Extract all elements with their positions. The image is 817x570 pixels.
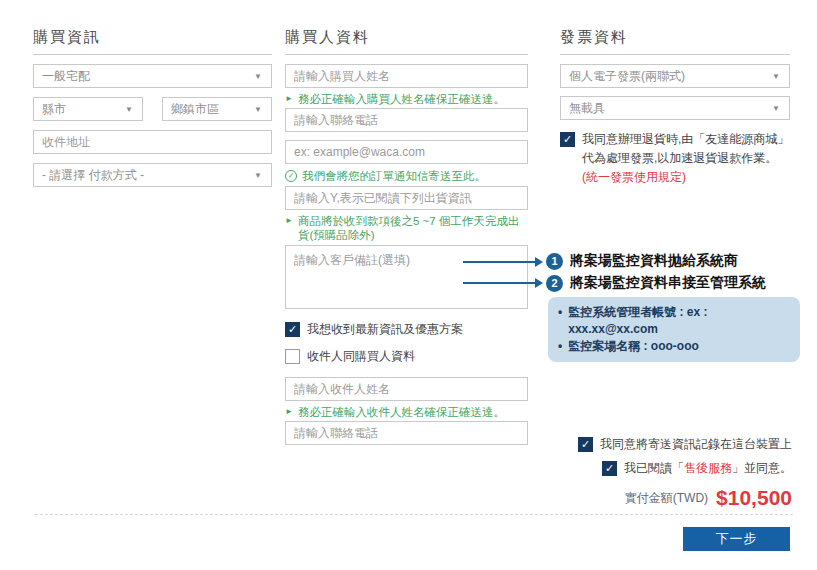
bullet-icon: •: [558, 304, 562, 338]
triangle-marker-icon: ►: [285, 92, 293, 106]
payment-method-select[interactable]: - 請選擇 付款方式 - ▼: [33, 163, 272, 187]
recipient-name-note: ► 務必正確輸入收件人姓名確保正確送達。: [285, 405, 528, 419]
device-record-row: ✓ 我同意將寄送資訊記錄在這台裝置上: [578, 436, 792, 453]
total-label: 實付金額(TWD): [625, 490, 708, 507]
chevron-down-icon: ▼: [254, 105, 262, 114]
chevron-down-icon: ▼: [125, 105, 133, 114]
invoice-type-value: 個人電子發票(兩聯式): [569, 68, 685, 85]
chevron-down-icon: ▼: [772, 104, 780, 113]
chevron-down-icon: ▼: [772, 72, 780, 81]
newsletter-checkbox[interactable]: ✓: [285, 322, 300, 337]
triangle-marker-icon: ►: [285, 405, 293, 419]
carrier-select[interactable]: 無載具 ▼: [560, 96, 790, 120]
device-record-label: 我同意將寄送資訊記錄在這台裝置上: [600, 436, 792, 453]
purchase-info-title: 購買資訊: [33, 28, 272, 47]
after-sales-service-link[interactable]: 售後服務: [684, 461, 732, 475]
email-note: ✓ 我們會將您的訂單通知信寄送至此。: [285, 169, 528, 183]
shipping-method-value: 一般宅配: [42, 68, 90, 85]
return-agreement-checkbox[interactable]: ✓: [560, 132, 575, 147]
total-row: 實付金額(TWD) $10,500: [625, 486, 792, 510]
recipient-name-input[interactable]: [285, 377, 528, 401]
info-line-1: • 監控系統管理者帳號 : ex : xxx.xx@xx.com: [558, 304, 790, 338]
total-amount: $10,500: [716, 486, 792, 510]
same-as-buyer-checkbox-row: 收件人同購買人資料: [285, 348, 528, 365]
newsletter-label: 我想收到最新資訊及優惠方案: [307, 321, 463, 338]
read-confirm-input[interactable]: [285, 186, 528, 210]
purchase-info-section: 購買資訊 一般宅配 ▼ 縣市 ▼ 鄉鎮市區 ▼ - 請選擇 付款方式 - ▼: [33, 28, 272, 187]
buyer-info-title: 購買人資料: [285, 28, 528, 47]
invoice-type-select[interactable]: 個人電子發票(兩聯式) ▼: [560, 64, 790, 88]
shipping-method-select[interactable]: 一般宅配 ▼: [33, 64, 272, 88]
customer-remark-textarea[interactable]: [285, 245, 528, 309]
district-select[interactable]: 鄉鎮市區 ▼: [162, 97, 272, 121]
chevron-down-icon: ▼: [254, 72, 262, 81]
county-select[interactable]: 縣市 ▼: [33, 97, 143, 121]
annotation-item-1: 1 將案場監控資料拋給系統商: [546, 252, 738, 270]
circle-check-icon: ✓: [285, 170, 297, 182]
shipping-note: ► 商品將於收到款項後之5 ~7 個工作天完成出貨(預購品除外): [285, 214, 528, 242]
invoice-info-title: 發票資料: [560, 28, 790, 47]
number-badge-1: 1: [546, 253, 563, 270]
triangle-marker-icon: ►: [285, 214, 293, 228]
footer-agreements: ✓ 我同意將寄送資訊記錄在這台裝置上 ✓ 我已閱讀「售後服務」並同意。: [578, 436, 792, 484]
buyer-info-section: 購買人資料 ► 務必正確輸入購買人姓名確保正確送達。 ✓ 我們會將您的訂單通知信…: [285, 28, 528, 445]
carrier-value: 無載具: [569, 100, 605, 117]
annotation-item-2: 2 將案場監控資料串接至管理系統: [546, 274, 766, 292]
payment-method-value: - 請選擇 付款方式 -: [42, 167, 144, 184]
annotation-arrow-2: [463, 282, 535, 284]
buyer-phone-input[interactable]: [285, 108, 528, 132]
next-step-button[interactable]: 下一步: [683, 527, 790, 551]
buyer-name-note: ► 務必正確輸入購買人姓名確保正確送達。: [285, 92, 528, 106]
monitoring-info-box: • 監控系統管理者帳號 : ex : xxx.xx@xx.com • 監控案場名…: [548, 297, 800, 362]
title-divider: [560, 54, 790, 55]
annotation-arrow-1: [463, 261, 535, 263]
buyer-email-input[interactable]: [285, 140, 528, 164]
terms-label: 我已閱讀「售後服務」並同意。: [624, 460, 792, 477]
bullet-icon: •: [558, 338, 562, 355]
terms-row: ✓ 我已閱讀「售後服務」並同意。: [602, 460, 792, 477]
title-divider: [285, 54, 528, 55]
invoice-info-section: 發票資料 個人電子發票(兩聯式) ▼ 無載具 ▼ ✓ 我同意辦理退貨時,由「友達…: [560, 28, 790, 187]
district-value: 鄉鎮市區: [171, 101, 219, 118]
newsletter-checkbox-row: ✓ 我想收到最新資訊及優惠方案: [285, 321, 528, 338]
buyer-name-input[interactable]: [285, 64, 528, 88]
info-line-2: • 監控案場名稱 : ooo-ooo: [558, 338, 790, 355]
number-badge-2: 2: [546, 275, 563, 292]
invoice-rules-link[interactable]: (統一發票使用規定): [582, 170, 686, 184]
address-input[interactable]: [33, 130, 272, 154]
county-value: 縣市: [42, 101, 66, 118]
device-record-checkbox[interactable]: ✓: [578, 437, 593, 452]
region-select-row: 縣市 ▼ 鄉鎮市區 ▼: [33, 97, 272, 121]
dashed-divider: [35, 514, 793, 515]
same-as-buyer-checkbox[interactable]: [285, 349, 300, 364]
recipient-phone-input[interactable]: [285, 421, 528, 445]
title-divider: [33, 54, 272, 55]
terms-checkbox[interactable]: ✓: [602, 461, 617, 476]
chevron-down-icon: ▼: [254, 171, 262, 180]
return-agreement-text: 我同意辦理退貨時,由「友達能源商城」代為處理發票,以加速退貨退款作業。(統一發票…: [582, 130, 790, 187]
annotation-label-1: 將案場監控資料拋給系統商: [570, 252, 738, 270]
same-as-buyer-label: 收件人同購買人資料: [307, 348, 415, 365]
return-agreement-row: ✓ 我同意辦理退貨時,由「友達能源商城」代為處理發票,以加速退貨退款作業。(統一…: [560, 130, 790, 187]
annotation-label-2: 將案場監控資料串接至管理系統: [570, 274, 766, 292]
